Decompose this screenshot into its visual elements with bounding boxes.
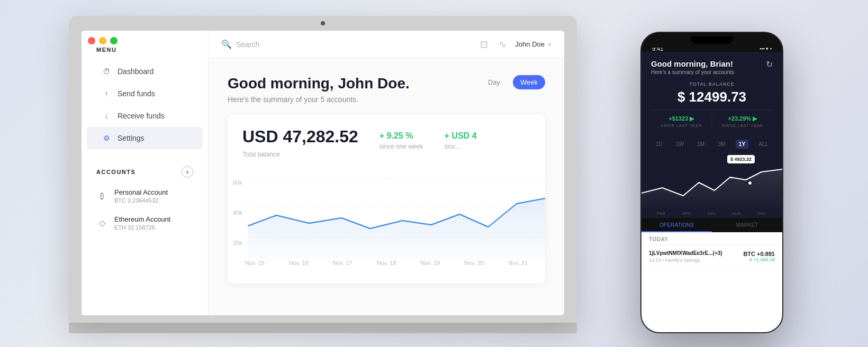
filter-1d[interactable]: 1D: [653, 140, 666, 149]
account-info: Ethereum Account ETH 32.158726: [114, 215, 170, 231]
phone-balance-value: $ 12499.73: [651, 89, 773, 105]
tx-left: 1jLVpwtNMfXWadEe3rE...(+3) 14:23 • Famil…: [649, 250, 722, 263]
app-layout: MENU ⏱ Dashboard ↑ Send funds ↓ Receive …: [82, 31, 564, 315]
time-filter: Day Week: [481, 75, 545, 89]
filter-3m[interactable]: 3M: [715, 140, 729, 149]
accounts-section: ACCOUNTS + ₿ Personal Account BTC 3.2364…: [82, 162, 208, 237]
phone-stats-row: +$1323 ▶ SINCE LAST YEAR +23.29% ▶ SINCE…: [651, 109, 773, 128]
chart-label-jun: JUN: [707, 211, 716, 216]
topbar-icons: ⊡ ∿: [480, 39, 507, 50]
stat1-label: since one week: [379, 143, 423, 150]
dashboard: Good morning, John Doe. Here's the summa…: [209, 58, 564, 315]
phone-stat-2: +23.29% ▶ SINCE LAST YEAR: [712, 115, 773, 128]
x-axis-labels: Nov. 15 Nov. 16 Nov. 17 Nov. 18 Nov. 19 …: [228, 260, 545, 266]
price-bubble: $ 4923,32: [727, 155, 755, 163]
search-area[interactable]: 🔍 Search: [221, 39, 472, 49]
sidebar-item-settings[interactable]: ⚙ Settings: [87, 127, 203, 149]
svg-marker-3: [248, 198, 545, 260]
sidebar-item-label: Receive funds: [117, 112, 165, 120]
close-button[interactable]: [88, 37, 95, 44]
account-sub: ETH 32.158726: [114, 224, 170, 231]
phone-balance-label: TOTAL BALANCE: [651, 81, 773, 87]
stat2-col: + USD 4 sinc...: [445, 131, 477, 150]
filter-week[interactable]: Week: [513, 75, 545, 89]
transaction-item[interactable]: 1jLVpwtNMfXWadEe3rE...(+3) 14:23 • Famil…: [641, 245, 782, 269]
phone-header: Good morning, Brian! Here's a summary of…: [641, 52, 782, 134]
sidebar-item-dashboard[interactable]: ⏱ Dashboard: [87, 60, 203, 83]
stat2-value: + USD 4: [445, 131, 477, 141]
account-sub: BTC 3.23644532: [114, 197, 168, 204]
user-name: John Doe: [515, 40, 545, 48]
chart-label-aug: AUG: [732, 211, 741, 216]
phone-notch: [641, 33, 782, 48]
stats-card: USD 47,282.52 Total balance + 9.25 % sin…: [228, 114, 545, 284]
dashboard-icon: ⏱: [102, 67, 111, 76]
copy-icon[interactable]: ⊡: [480, 39, 488, 50]
phone-greeting-row: Good morning, Brian! Here's a summary of…: [651, 59, 773, 75]
account-name: Ethereum Account: [114, 215, 170, 223]
account-item-personal[interactable]: ₿ Personal Account BTC 3.23644532: [87, 183, 203, 209]
total-balance-label: Total balance: [242, 151, 358, 158]
tx-eur: € +1,590.18: [743, 257, 775, 262]
phone-stat-1: +$1323 ▶ SINCE LAST YEAR: [651, 115, 712, 128]
phone-stat2-label: SINCE LAST YEAR: [718, 123, 768, 128]
phone-stat2-value: +23.29% ▶: [718, 115, 768, 122]
filter-all[interactable]: ALL: [755, 140, 771, 149]
x-label: Nov. 19: [420, 260, 440, 266]
total-balance-col: USD 47,282.52 Total balance: [242, 127, 358, 158]
sidebar-item-label: Dashboard: [117, 67, 154, 76]
send-icon: ↑: [102, 89, 111, 98]
ethereum-icon: ◇: [96, 217, 108, 229]
account-info: Personal Account BTC 3.23644532: [114, 188, 168, 204]
phone-today: TODAY 1jLVpwtNMfXWadEe3rE...(+3) 14:23 •…: [641, 232, 782, 332]
maximize-button[interactable]: [110, 37, 117, 44]
refresh-icon[interactable]: ↻: [766, 59, 773, 69]
tab-operations[interactable]: OPERATIONS: [641, 218, 712, 232]
tx-amount: BTC +0.891: [743, 251, 775, 257]
accounts-label: ACCOUNTS: [96, 169, 135, 175]
stat1-col: + 9.25 % since one week: [379, 131, 423, 150]
laptop-screen: MENU ⏱ Dashboard ↑ Send funds ↓ Receive …: [82, 31, 564, 315]
filter-day[interactable]: Day: [481, 75, 508, 89]
today-label: TODAY: [641, 232, 782, 245]
x-label: Nov. 20: [464, 260, 484, 266]
topbar: 🔍 Search ⊡ ∿ John Doe ∨: [209, 31, 564, 58]
laptop-camera: [321, 21, 325, 25]
phone-tabs: OPERATIONS MARKET: [641, 218, 782, 232]
filter-1w[interactable]: 1W: [673, 140, 687, 149]
settings-icon: ⚙: [102, 133, 111, 143]
sidebar-item-receive[interactable]: ↓ Receive funds: [87, 105, 203, 127]
traffic-lights: [88, 37, 117, 44]
notch-pill: [691, 36, 733, 44]
tab-market[interactable]: MARKET: [712, 218, 782, 232]
stat1-value: + 9.25 %: [379, 131, 423, 141]
phone-stat1-value: +$1323 ▶: [656, 115, 707, 122]
search-icon: 🔍: [221, 39, 232, 49]
chevron-down-icon: ∨: [548, 41, 551, 47]
sidebar-item-label: Settings: [117, 134, 144, 142]
x-label: Nov. 16: [289, 260, 309, 266]
stats-row: USD 47,282.52 Total balance + 9.25 % sin…: [242, 127, 530, 158]
phone-sub-greeting: Here's a summary of your accounts: [651, 69, 734, 75]
accounts-header: ACCOUNTS +: [87, 162, 203, 182]
minimize-button[interactable]: [99, 37, 106, 44]
chart-area: 60k 40k 20k: [228, 168, 545, 273]
phone-chart: $ 4923,32: [641, 151, 782, 209]
page-sub-greeting: Here's the summary of your 5 accounts.: [228, 95, 410, 104]
account-item-ethereum[interactable]: ◇ Ethereum Account ETH 32.158726: [87, 210, 203, 236]
x-label: Nov. 15: [245, 260, 265, 266]
tx-meta: 14:23 • Family's savings: [649, 258, 722, 263]
activity-icon[interactable]: ∿: [499, 39, 507, 50]
filter-1y[interactable]: 1Y: [736, 140, 748, 149]
sidebar-item-send[interactable]: ↑ Send funds: [87, 83, 203, 105]
user-menu[interactable]: John Doe ∨: [515, 40, 551, 48]
phone-stat1-label: SINCE LAST YEAR: [656, 123, 707, 128]
phone-chart-labels: FEB APR JUN AUG DEC: [641, 209, 782, 218]
account-name: Personal Account: [114, 188, 168, 196]
chart-label-feb: FEB: [657, 211, 666, 216]
add-account-button[interactable]: +: [182, 166, 193, 178]
tx-address: 1jLVpwtNMfXWadEe3rE...(+3): [649, 250, 722, 256]
filter-1m[interactable]: 1M: [694, 140, 708, 149]
x-label: Nov. 21: [508, 260, 528, 266]
chart-svg: [228, 168, 545, 260]
